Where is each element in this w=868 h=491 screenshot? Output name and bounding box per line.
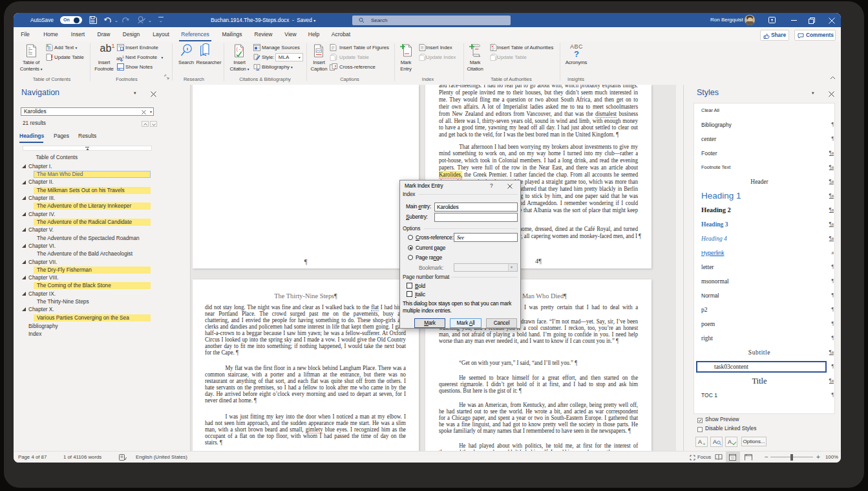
svg-text:(-): (-) xyxy=(236,47,244,52)
